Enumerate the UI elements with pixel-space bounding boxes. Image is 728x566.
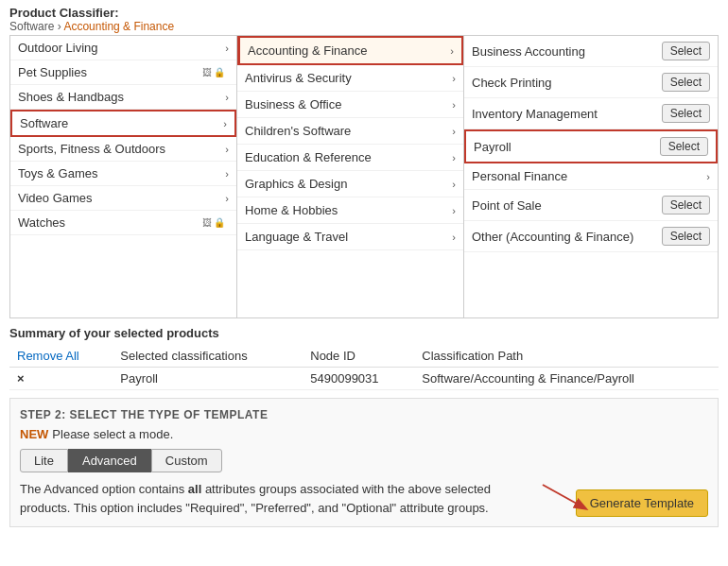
breadcrumb-root: Software — [9, 20, 54, 33]
summary-section: Summary of your selected products Remove… — [0, 318, 728, 398]
new-badge: NEW — [20, 427, 48, 441]
col3-item[interactable]: Other (Accounting & Finance)Select — [464, 221, 718, 252]
nodeid-cell: 5490099031 — [303, 368, 414, 390]
col2-item[interactable]: Language & Travel› — [237, 224, 463, 250]
col1-item-label: Watches — [18, 215, 202, 230]
select-button[interactable]: Select — [662, 73, 710, 92]
col2-item-label: Antivirus & Security — [245, 71, 452, 85]
col3-item[interactable]: Point of SaleSelect — [464, 190, 718, 221]
col3-item[interactable]: Business AccountingSelect — [464, 36, 718, 67]
chevron-right-icon: › — [452, 179, 456, 190]
col1: Outdoor Living›Pet Supplies🖼🔒Shoes & Han… — [10, 36, 237, 317]
col3-item-label: Business Accounting — [472, 44, 662, 59]
step2-section: STEP 2: SELECT THE TYPE OF TEMPLATE NEWP… — [9, 398, 719, 527]
col3-item[interactable]: Check PrintingSelect — [464, 67, 718, 98]
classifier-container: Outdoor Living›Pet Supplies🖼🔒Shoes & Han… — [9, 35, 719, 318]
product-classifier-header: Product Classifier: Software › Accountin… — [0, 0, 728, 35]
col1-item[interactable]: Sports, Fitness & Outdoors› — [10, 137, 236, 162]
col-nodeid: Node ID — [303, 345, 414, 368]
mode-button-advanced[interactable]: Advanced — [68, 449, 151, 472]
select-mode-label: NEWPlease select a mode. — [20, 427, 708, 441]
chevron-right-icon: › — [225, 43, 229, 54]
col3: Business AccountingSelectCheck PrintingS… — [464, 36, 718, 317]
chevron-right-icon: › — [225, 193, 229, 204]
col2-item[interactable]: Graphics & Design› — [237, 171, 463, 197]
col1-item-label: Outdoor Living — [18, 41, 225, 55]
mode-button-lite[interactable]: Lite — [20, 449, 68, 472]
col2-item-label: Language & Travel — [245, 230, 452, 244]
col2-item-label: Home & Hobbies — [245, 203, 452, 217]
col2-item-label: Business & Office — [245, 97, 452, 111]
col3-item-label: Check Printing — [472, 76, 662, 90]
lock-icon: 🔒 — [214, 217, 225, 228]
mode-description: The Advanced option contains all attribu… — [20, 480, 511, 517]
remove-all-link[interactable]: Remove All — [17, 349, 79, 363]
mode-button-custom[interactable]: Custom — [151, 449, 222, 472]
col3-list: Business AccountingSelectCheck PrintingS… — [464, 36, 718, 252]
col1-item[interactable]: Outdoor Living› — [10, 36, 236, 60]
chevron-right-icon: › — [706, 171, 710, 182]
col3-item-label: Payroll — [474, 140, 660, 154]
col2: Accounting & Finance›Antivirus & Securit… — [237, 36, 464, 317]
remove-row-button[interactable]: × — [17, 371, 25, 386]
chevron-right-icon: › — [225, 168, 229, 180]
col2-item[interactable]: Education & Reference› — [237, 145, 463, 171]
table-row: × Payroll 5490099031 Software/Accounting… — [9, 368, 719, 390]
col1-item[interactable]: Software› — [10, 110, 236, 137]
mode-buttons: LiteAdvancedCustom — [20, 449, 708, 472]
col3-item[interactable]: PayrollSelect — [464, 129, 718, 163]
col1-item[interactable]: Pet Supplies🖼🔒 — [10, 60, 236, 85]
col1-item-label: Shoes & Handbags — [18, 90, 225, 104]
generate-template-button[interactable]: Generate Template — [576, 489, 708, 517]
col2-item-label: Education & Reference — [245, 150, 452, 164]
select-button[interactable]: Select — [662, 227, 710, 246]
col1-item-label: Software — [20, 116, 223, 130]
select-button[interactable]: Select — [660, 137, 708, 156]
chevron-right-icon: › — [452, 73, 456, 84]
col1-item[interactable]: Watches🖼🔒 — [10, 211, 236, 235]
img-icon: 🖼 — [202, 67, 212, 77]
col1-item[interactable]: Video Games› — [10, 186, 236, 211]
chevron-right-icon: › — [223, 118, 227, 129]
chevron-right-icon: › — [452, 152, 456, 163]
col1-list: Outdoor Living›Pet Supplies🖼🔒Shoes & Han… — [10, 36, 236, 235]
col2-item-label: Accounting & Finance — [248, 43, 450, 58]
col1-item[interactable]: Toys & Games› — [10, 162, 236, 186]
col2-item[interactable]: Accounting & Finance› — [237, 36, 463, 65]
step2-title: STEP 2: SELECT THE TYPE OF TEMPLATE — [20, 408, 708, 421]
col1-item-label: Sports, Fitness & Outdoors — [18, 142, 225, 156]
col1-item-label: Toys & Games — [18, 166, 225, 180]
col1-item-label: Pet Supplies — [18, 65, 202, 79]
chevron-right-icon: › — [450, 45, 454, 57]
col2-item-label: Children's Software — [245, 124, 452, 138]
col3-item[interactable]: Inventory ManagementSelect — [464, 98, 718, 129]
summary-title: Summary of your selected products — [9, 326, 719, 340]
col2-item[interactable]: Children's Software› — [237, 118, 463, 145]
col2-item[interactable]: Business & Office› — [237, 92, 463, 118]
col3-item: Personal Finance› — [464, 163, 718, 190]
breadcrumb: Software › Accounting & Finance — [9, 20, 719, 33]
col2-item[interactable]: Antivirus & Security› — [237, 65, 463, 92]
select-button[interactable]: Select — [662, 104, 710, 123]
col2-list: Accounting & Finance›Antivirus & Securit… — [237, 36, 463, 250]
col3-item-label: Other (Accounting & Finance) — [472, 230, 662, 244]
chevron-right-icon: › — [452, 232, 456, 243]
col-classifications: Selected classifications — [113, 345, 303, 368]
col2-item[interactable]: Home & Hobbies› — [237, 197, 463, 224]
select-button[interactable]: Select — [662, 196, 710, 214]
chevron-right-icon: › — [452, 99, 456, 111]
lock-icon: 🔒 — [214, 67, 225, 77]
col1-item[interactable]: Shoes & Handbags› — [10, 85, 236, 110]
col2-item-label: Graphics & Design — [245, 177, 452, 191]
img-icon: 🖼 — [202, 217, 212, 228]
col3-item-label: Personal Finance — [472, 169, 706, 183]
breadcrumb-link[interactable]: Accounting & Finance — [63, 20, 174, 33]
page-title: Product Classifier: — [9, 6, 719, 20]
col3-item-label: Inventory Management — [472, 107, 662, 121]
chevron-right-icon: › — [452, 205, 456, 216]
col3-item-label: Point of Sale — [472, 198, 662, 213]
select-button[interactable]: Select — [662, 42, 710, 60]
classification-cell: Payroll — [113, 368, 303, 390]
chevron-right-icon: › — [225, 144, 229, 155]
path-cell: Software/Accounting & Finance/Payroll — [414, 368, 719, 390]
